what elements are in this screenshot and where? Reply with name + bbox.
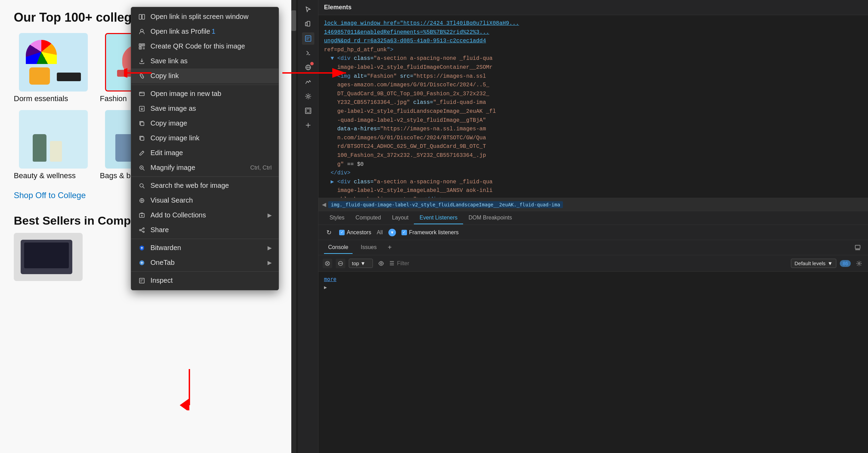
default-levels-selector[interactable]: Default levels ▼ xyxy=(791,259,837,268)
add-panel-icon[interactable] xyxy=(302,119,314,131)
menu-item-magnify[interactable]: Magnify image Ctrl, Ctrl xyxy=(131,160,279,175)
dropdown-button[interactable]: ▼ xyxy=(388,229,396,236)
svg-rect-6 xyxy=(139,14,142,19)
menu-item-copy-link[interactable]: Copy link xyxy=(131,68,279,83)
svg-rect-41 xyxy=(855,245,860,249)
gear-icon[interactable] xyxy=(302,90,314,103)
framework-listeners-group: ✓ Framework listeners xyxy=(401,229,459,236)
code-line-1: 1469857011&enabledRefinements=%5B%7B%22r… xyxy=(324,28,862,37)
product-item-beauty[interactable]: Beauty & wellness xyxy=(14,110,93,180)
code-line-6: <img alt="Fashion" src="https://images-n… xyxy=(324,72,862,81)
refresh-button[interactable]: ↻ xyxy=(324,228,334,237)
devtools-main: Elements lock image window href="https:/… xyxy=(318,0,868,453)
add-console-tab-button[interactable]: + xyxy=(385,244,395,251)
product-item-dorm[interactable]: Dorm essentials xyxy=(14,33,93,103)
clear-console-button[interactable] xyxy=(323,259,332,268)
code-line-2: ungdN&pd_rd_r=6a325a63-d085-41a0-9513-c2… xyxy=(324,37,862,46)
svg-rect-12 xyxy=(140,44,141,45)
menu-item-open-profile[interactable]: Open link as Profile1 xyxy=(131,24,279,39)
save-image-icon xyxy=(138,105,146,112)
filter-input[interactable] xyxy=(397,260,787,267)
sources-icon[interactable] xyxy=(302,47,314,59)
live-expressions-button[interactable] xyxy=(376,259,386,268)
svg-point-30 xyxy=(143,228,144,229)
code-line-4: ▼ <div class="a-section a-spacing-none _… xyxy=(324,54,862,63)
console-header: Console Issues + xyxy=(318,240,868,255)
framework-checkbox[interactable]: ✓ xyxy=(401,230,407,235)
tab-styles[interactable]: Styles xyxy=(324,212,350,224)
tab-dom-breakpoints[interactable]: DOM Breakpoints xyxy=(463,212,517,224)
tabs-area: Styles Computed Layout Event Listeners D… xyxy=(318,211,868,225)
all-label: All xyxy=(377,229,383,236)
menu-label-onetab: OneTab xyxy=(150,259,263,267)
svg-rect-23 xyxy=(140,122,144,126)
console-settings-button[interactable] xyxy=(854,259,864,268)
menu-label-share: Share xyxy=(150,226,272,234)
breadcrumb-prev-btn[interactable]: ◀ xyxy=(322,201,326,208)
rainbow-icon xyxy=(26,40,57,64)
menu-label-open-split: Open link in split screen window xyxy=(150,13,272,21)
menu-item-copy-image-link[interactable]: Copy image link xyxy=(131,131,279,145)
menu-label-add-collections: Add to Collections xyxy=(150,211,263,219)
menu-label-edit-image: Edit image xyxy=(150,149,272,157)
console-line-expand: ▶ xyxy=(324,283,862,291)
expand-arrow-icon[interactable]: ▶ xyxy=(324,284,327,290)
svg-rect-16 xyxy=(144,47,145,48)
code-line-19: image-label-v2_style_imageLabel__3ANSV a… xyxy=(324,186,862,195)
page-scrollbar-thumb[interactable] xyxy=(291,10,296,31)
menu-label-copy-image-link: Copy image link xyxy=(150,134,272,142)
breadcrumb-text[interactable]: img._fluid-quad-image-label-v2_style_flu… xyxy=(328,201,563,208)
elements-header: Elements xyxy=(318,0,868,15)
svg-rect-17 xyxy=(143,48,144,49)
menu-item-bitwarden[interactable]: Bitwarden ▶ xyxy=(131,240,279,255)
tab-issues[interactable]: Issues xyxy=(357,241,381,254)
framework-listeners-label: Framework listeners xyxy=(409,229,459,236)
menu-item-copy-image[interactable]: Copy image xyxy=(131,116,279,131)
menu-item-onetab[interactable]: OneTab ▶ xyxy=(131,255,279,270)
code-line-8: DT_QuadCard_9B_OTC_Top_100_Fashion_2x_37… xyxy=(324,90,862,99)
tab-layout[interactable]: Layout xyxy=(386,212,414,224)
menu-item-inspect[interactable]: Inspect xyxy=(131,273,279,288)
menu-item-create-qr[interactable]: Create QR Code for this image xyxy=(131,39,279,54)
menu-item-add-collections[interactable]: Add to Collections ▶ xyxy=(131,208,279,223)
svg-point-45 xyxy=(380,262,382,264)
menu-item-save-link[interactable]: Save link as xyxy=(131,54,279,68)
magnify-shortcut: Ctrl, Ctrl xyxy=(250,164,272,171)
menu-item-visual-search[interactable]: Visual Search xyxy=(131,193,279,208)
elements-icon[interactable] xyxy=(302,32,314,45)
menu-item-open-split[interactable]: Open link in split screen window xyxy=(131,9,279,24)
svg-rect-13 xyxy=(143,44,144,45)
menu-label-copy-link: Copy link xyxy=(150,72,272,80)
visual-search-icon xyxy=(138,197,146,204)
ancestors-label: Ancestors xyxy=(347,229,371,236)
code-line-0: lock image window href="https://2424_3Tl… xyxy=(324,19,862,28)
detach-console-button[interactable] xyxy=(853,243,862,252)
menu-item-save-image[interactable]: Save image as xyxy=(131,101,279,116)
block-network-button[interactable] xyxy=(336,259,345,268)
ancestors-checkbox[interactable]: ✓ xyxy=(339,230,345,235)
tab-event-listeners[interactable]: Event Listeners xyxy=(414,212,463,224)
tab-computed[interactable]: Computed xyxy=(350,212,387,224)
svg-rect-24 xyxy=(140,137,144,140)
menu-item-share[interactable]: Share xyxy=(131,223,279,237)
inspect-icon xyxy=(138,277,146,284)
menu-item-search-web[interactable]: Search the web for image xyxy=(131,178,279,193)
computer-image xyxy=(14,233,83,281)
tab-console[interactable]: Console xyxy=(324,241,353,254)
code-area[interactable]: lock image window href="https://2424_3Tl… xyxy=(318,15,868,198)
code-line-17: </div> xyxy=(324,169,862,178)
menu-item-open-image-tab[interactable]: Open image in new tab xyxy=(131,86,279,101)
svg-rect-14 xyxy=(140,47,141,48)
red-arrow-right xyxy=(282,66,344,81)
svg-point-20 xyxy=(140,92,141,93)
menu-item-edit-image[interactable]: Edit image xyxy=(131,145,279,160)
layout-icon[interactable] xyxy=(302,105,314,117)
top-frame-label: top xyxy=(352,260,359,266)
more-link[interactable]: more xyxy=(324,276,336,282)
menu-label-inspect: Inspect xyxy=(150,277,272,284)
top-frame-selector[interactable]: top ▼ xyxy=(349,259,373,268)
qr-code-icon xyxy=(138,43,146,50)
device-icon[interactable] xyxy=(302,18,314,30)
split-screen-icon xyxy=(138,13,146,21)
cursor-icon[interactable] xyxy=(302,3,314,16)
